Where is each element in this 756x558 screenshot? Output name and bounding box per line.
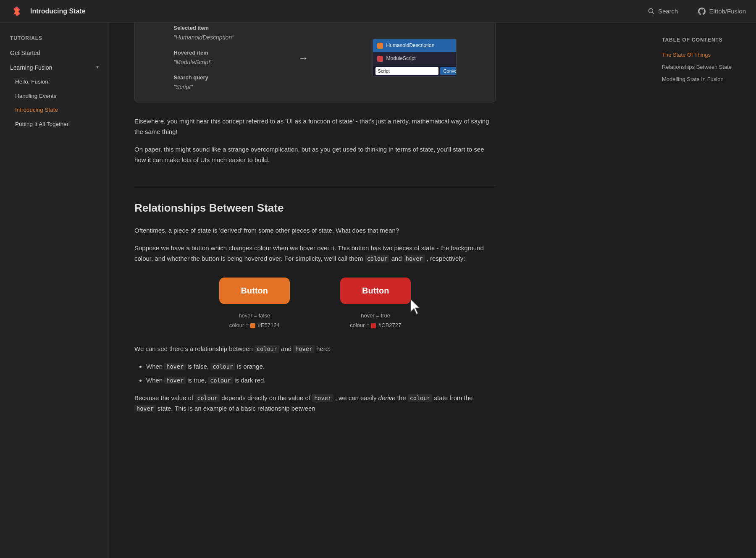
demo-button-orange[interactable]: Button xyxy=(219,278,290,304)
demo-search-label: Search query xyxy=(173,73,234,82)
github-link[interactable]: Elttob/Fusion xyxy=(698,6,746,16)
toc-item-relationships-label: Relationships Between State xyxy=(662,64,732,70)
em-derive: derive xyxy=(378,394,396,401)
button-demo-hovered: Button hover = true colour = #CB2727 xyxy=(340,278,411,330)
header-title: Introducing State xyxy=(30,6,86,17)
sidebar-item-introducing-state[interactable]: Introducing State xyxy=(0,103,109,117)
sidebar-item-handling-events[interactable]: Handling Events xyxy=(0,89,109,103)
roblox-explorer-window: HumanoidDescription ModuleScript Convert xyxy=(373,39,457,77)
roblox-humanoid-row: HumanoidDescription xyxy=(373,39,456,52)
state-demo-box: Selected item "HumanoidDescription" Hove… xyxy=(134,13,496,102)
humanoid-label: HumanoidDescription xyxy=(386,42,435,50)
para-6-pre: Because the value of xyxy=(134,394,193,401)
bullet-2-code2: colour xyxy=(208,377,233,384)
demo-roblox-window: HumanoidDescription ModuleScript Convert xyxy=(373,39,457,77)
roblox-search-input[interactable] xyxy=(375,67,438,75)
para-6-cont: , we can easily xyxy=(335,394,376,401)
section-divider xyxy=(134,186,496,186)
module-label: ModuleScript xyxy=(386,55,416,63)
demo-selected-value: "HumanoidDescription" xyxy=(173,33,234,42)
sidebar-item-handling-events-label: Handling Events xyxy=(15,92,56,101)
github-icon xyxy=(698,8,706,15)
toc-item-modelling[interactable]: Modelling State In Fusion xyxy=(662,73,741,86)
para-4-post: , respectively: xyxy=(427,255,465,262)
button-demo-not-hovered: Button hover = false colour = #E57124 xyxy=(219,278,290,330)
para-5-and: and xyxy=(281,345,291,352)
relationships-section: Relationships Between State Oftentimes, … xyxy=(134,199,496,414)
roblox-module-row: ModuleScript xyxy=(373,52,456,65)
bullet-item-2: When hover is true, colour is dark red. xyxy=(146,375,496,386)
intro-paragraphs: Elsewhere, you might hear this concept r… xyxy=(134,116,496,165)
bullet-item-1: When hover is false, colour is orange. xyxy=(146,361,496,372)
chevron-down-icon: ▾ xyxy=(96,63,99,71)
humanoid-icon xyxy=(377,43,383,49)
demo-arrow-icon: → xyxy=(298,50,308,66)
colour-true-label: colour = #CB2727 xyxy=(350,320,401,330)
sidebar: Tutorials Get Started Learning Fusion ▾ … xyxy=(0,23,109,468)
toc-item-state-of-things-label: The State Of Things xyxy=(662,52,711,58)
para-3: Oftentimes, a piece of state is 'derived… xyxy=(134,225,496,236)
para-6: Because the value of colour depends dire… xyxy=(134,393,496,414)
search-label: Search xyxy=(658,6,678,16)
convert-button[interactable]: Convert xyxy=(440,67,457,75)
para-6-end: state from the xyxy=(434,394,473,401)
sidebar-item-putting-together-label: Putting It All Together xyxy=(15,120,68,129)
bullet-1-code2: colour xyxy=(210,363,235,370)
bullet-1-code: hover xyxy=(164,363,186,370)
sidebar-item-learning-fusion[interactable]: Learning Fusion ▾ xyxy=(0,60,109,75)
demo-selected-label: Selected item xyxy=(173,24,234,33)
code-hover-4: hover xyxy=(134,405,156,412)
code-hover-2: hover xyxy=(293,345,315,353)
sidebar-item-hello-fusion[interactable]: Hello, Fusion! xyxy=(0,75,109,89)
sidebar-item-hello-fusion-label: Hello, Fusion! xyxy=(15,77,50,86)
header: Introducing State Search Elttob/Fusion xyxy=(0,0,756,23)
bullet-2-mid: is true, xyxy=(187,377,206,384)
button-state-info-true: hover = true colour = #CB2727 xyxy=(350,311,401,330)
tutorials-section-label: Tutorials xyxy=(0,33,109,46)
para-6-mid: depends directly on the value of xyxy=(221,394,310,401)
demo-search-value: "Script" xyxy=(173,82,234,92)
button-hover-wrapper: Button xyxy=(340,278,411,304)
code-colour: colour xyxy=(365,255,390,262)
bullet-list: When hover is false, colour is orange. W… xyxy=(134,361,496,386)
para-6-final: state. This is an example of a basic rel… xyxy=(158,405,315,412)
bullet-2-post: is dark red. xyxy=(234,377,265,384)
toc-item-modelling-label: Modelling State In Fusion xyxy=(662,76,724,82)
bullet-2-pre: When xyxy=(146,377,163,384)
para-5-pre: We can see there's a relationship betwee… xyxy=(134,345,253,352)
cursor-icon xyxy=(408,298,423,317)
github-label: Elttob/Fusion xyxy=(709,6,746,16)
bullet-2-code: hover xyxy=(164,377,186,384)
para-2: On paper, this might sound like a strang… xyxy=(134,144,496,165)
para-5: We can see there's a relationship betwee… xyxy=(134,343,496,354)
toc-item-relationships[interactable]: Relationships Between State xyxy=(662,61,741,73)
para-5-post: here: xyxy=(316,345,331,352)
toc-item-state-of-things[interactable]: The State Of Things xyxy=(662,49,741,61)
swatch-orange xyxy=(250,323,255,328)
sidebar-item-introducing-state-label: Introducing State xyxy=(15,105,58,115)
demo-hovered-label: Hovered item xyxy=(173,49,234,58)
demo-hovered-row: Hovered item "ModuleScript" xyxy=(173,49,234,67)
demo-button-red[interactable]: Button xyxy=(340,278,411,304)
button-demo-container: Button hover = false colour = #E57124 Bu… xyxy=(134,278,496,330)
colour-false-text: colour = xyxy=(229,322,249,328)
para-1: Elsewhere, you might hear this concept r… xyxy=(134,116,496,137)
code-colour-4: colour xyxy=(408,394,433,402)
logo[interactable] xyxy=(10,5,24,18)
module-icon xyxy=(377,56,383,62)
demo-state-labels: Selected item "HumanoidDescription" Hove… xyxy=(173,24,234,92)
sidebar-item-putting-together[interactable]: Putting It All Together xyxy=(0,117,109,131)
section-heading-relationships: Relationships Between State xyxy=(134,199,496,217)
search-button[interactable]: Search xyxy=(648,6,678,16)
code-hover: hover xyxy=(404,255,425,262)
colour-false-label: colour = #E57124 xyxy=(229,320,280,330)
code-colour-2: colour xyxy=(255,345,279,353)
hover-true-label: hover = true xyxy=(350,311,401,320)
para-4-and: and xyxy=(391,255,402,262)
sidebar-item-get-started-label: Get Started xyxy=(10,48,40,58)
bullet-1-mid: is false, xyxy=(187,363,209,370)
code-colour-3: colour xyxy=(195,394,220,402)
sidebar-item-get-started[interactable]: Get Started xyxy=(0,46,109,60)
button-state-info-false: hover = false colour = #E57124 xyxy=(229,311,280,330)
hover-false-label: hover = false xyxy=(229,311,280,320)
